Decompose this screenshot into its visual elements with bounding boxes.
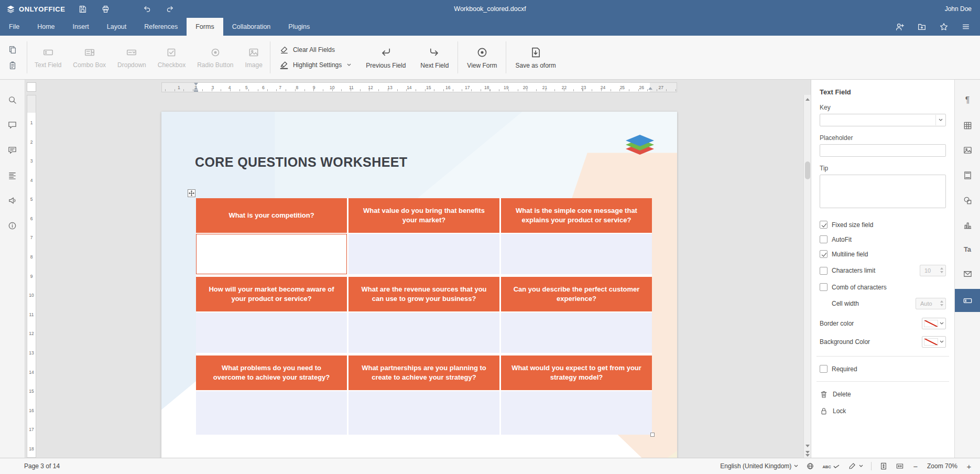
print-button[interactable] — [101, 5, 110, 14]
spellcheck-button[interactable]: ABC — [822, 462, 840, 470]
save-button[interactable] — [78, 5, 87, 14]
set-language-globe-icon[interactable] — [806, 462, 814, 470]
answer-text-field-selected[interactable] — [196, 234, 347, 274]
checkbox-box[interactable] — [820, 235, 827, 243]
image-settings-icon[interactable] — [955, 138, 980, 161]
checkbox-box[interactable] — [820, 365, 827, 373]
chart-settings-icon[interactable] — [955, 213, 980, 236]
menu-hamburger-icon[interactable] — [961, 22, 971, 31]
checkbox-box[interactable] — [820, 267, 827, 275]
characters-limit-checkbox[interactable]: Characters limit — [820, 267, 875, 275]
right-indent-marker[interactable] — [648, 87, 652, 90]
next-field-button[interactable]: Next Field — [413, 37, 456, 78]
table-resize-handle[interactable] — [650, 433, 655, 437]
copy-icon[interactable] — [8, 45, 17, 55]
next-page-arrow[interactable] — [804, 450, 811, 457]
tab-layout[interactable]: Layout — [98, 18, 136, 36]
answer-text-field[interactable] — [501, 234, 652, 274]
page-indicator[interactable]: Page 3 of 14 — [0, 462, 60, 470]
chevron-down-icon[interactable] — [935, 115, 945, 125]
redo-button[interactable] — [166, 5, 175, 14]
navigation-headings-icon[interactable] — [7, 169, 18, 181]
form-settings-icon[interactable] — [955, 289, 980, 312]
scroll-down-arrow[interactable] — [804, 442, 811, 449]
text-art-settings-icon[interactable]: Ta — [955, 238, 980, 261]
lock-field-button[interactable]: Lock — [820, 407, 946, 415]
first-line-indent-marker[interactable] — [194, 83, 198, 85]
answer-text-field[interactable] — [501, 313, 652, 353]
zoom-level[interactable]: Zoom 70% — [927, 462, 957, 470]
answer-text-field[interactable] — [196, 391, 347, 435]
horizontal-ruler[interactable]: 1234567891011121314151617181920212223242… — [25, 80, 803, 95]
worksheet-title: CORE QUESTIONS WORKSHEET — [195, 155, 407, 170]
clear-all-fields-button[interactable]: Clear All Fields — [279, 45, 351, 55]
left-indent-marker[interactable] — [194, 87, 198, 90]
undo-button[interactable] — [143, 5, 151, 14]
vertical-scrollbar[interactable] — [803, 95, 811, 458]
multiline-field-checkbox[interactable]: Multiline field — [820, 250, 946, 258]
zoom-in-button[interactable]: + — [965, 462, 973, 471]
scroll-up-arrow[interactable] — [804, 95, 811, 103]
comments-icon[interactable] — [7, 119, 18, 131]
left-indent-box-marker[interactable] — [194, 90, 198, 92]
answer-row — [196, 313, 652, 353]
scrollbar-thumb[interactable] — [805, 161, 810, 179]
language-selector[interactable]: English (United Kingdom) — [720, 462, 798, 470]
tab-forms[interactable]: Forms — [187, 18, 223, 36]
previous-field-button[interactable]: Previous Field — [358, 37, 413, 78]
border-color-picker[interactable] — [922, 318, 946, 329]
paste-icon[interactable] — [8, 61, 17, 70]
cell-width-spinner[interactable]: Auto — [916, 298, 946, 309]
view-form-button[interactable]: View Form — [460, 37, 504, 78]
checkbox-box[interactable] — [820, 221, 827, 229]
vertical-ruler[interactable]: 123456789101112131415161718 — [27, 95, 36, 458]
header-footer-settings-icon[interactable] — [955, 164, 980, 187]
fit-width-button[interactable] — [896, 462, 904, 470]
checkbox-box[interactable] — [820, 250, 827, 258]
shape-settings-icon[interactable] — [955, 189, 980, 212]
add-user-icon[interactable] — [895, 22, 905, 31]
tab-plugins[interactable]: Plugins — [279, 18, 319, 36]
tab-file[interactable]: File — [0, 18, 28, 36]
paragraph-settings-icon[interactable]: ¶ — [955, 89, 980, 112]
tab-references[interactable]: References — [135, 18, 187, 36]
mail-merge-settings-icon[interactable] — [955, 262, 980, 285]
tab-stop-selector[interactable] — [27, 82, 36, 92]
delete-field-button[interactable]: Delete — [820, 390, 946, 398]
answer-text-field[interactable] — [501, 391, 652, 435]
fit-page-button[interactable] — [879, 462, 888, 470]
comb-of-characters-checkbox[interactable]: Comb of characters — [820, 283, 946, 291]
track-changes-button[interactable] — [848, 462, 863, 470]
tab-home[interactable]: Home — [28, 18, 63, 36]
answer-text-field[interactable] — [349, 391, 499, 435]
answer-text-field[interactable] — [349, 234, 499, 274]
background-color-picker[interactable] — [922, 336, 946, 348]
fixed-size-field-checkbox[interactable]: Fixed size field — [820, 221, 946, 229]
save-as-oform-button[interactable]: Save as oform — [508, 37, 563, 78]
table-move-handle[interactable] — [188, 189, 195, 197]
open-file-location-icon[interactable] — [917, 22, 927, 31]
autofit-checkbox[interactable]: AutoFit — [820, 235, 946, 243]
table-settings-icon[interactable] — [955, 114, 980, 137]
key-combobox[interactable] — [820, 114, 946, 126]
tab-collaboration[interactable]: Collaboration — [223, 18, 280, 36]
chat-icon[interactable] — [7, 144, 18, 156]
spinner-arrows-icon[interactable] — [940, 267, 943, 273]
tab-insert[interactable]: Insert — [64, 18, 98, 36]
characters-limit-spinner[interactable]: 10 — [920, 265, 946, 276]
tip-textarea[interactable] — [820, 175, 946, 208]
favorite-star-icon[interactable] — [939, 22, 949, 31]
required-checkbox[interactable]: Required — [820, 365, 946, 373]
checkbox-box[interactable] — [820, 283, 827, 291]
highlight-settings-button[interactable]: Highlight Settings — [279, 60, 351, 70]
answer-text-field[interactable] — [349, 313, 499, 353]
placeholder-input[interactable] — [820, 144, 946, 157]
answer-text-field[interactable] — [196, 313, 347, 353]
spinner-arrows-icon[interactable] — [940, 300, 943, 306]
search-icon[interactable] — [7, 94, 18, 105]
zoom-out-button[interactable]: − — [912, 462, 919, 471]
question-row: What is your competition? What value do … — [196, 198, 652, 233]
about-icon[interactable] — [7, 220, 18, 231]
feedback-support-icon[interactable] — [7, 195, 18, 206]
tip-label: Tip — [820, 165, 946, 172]
